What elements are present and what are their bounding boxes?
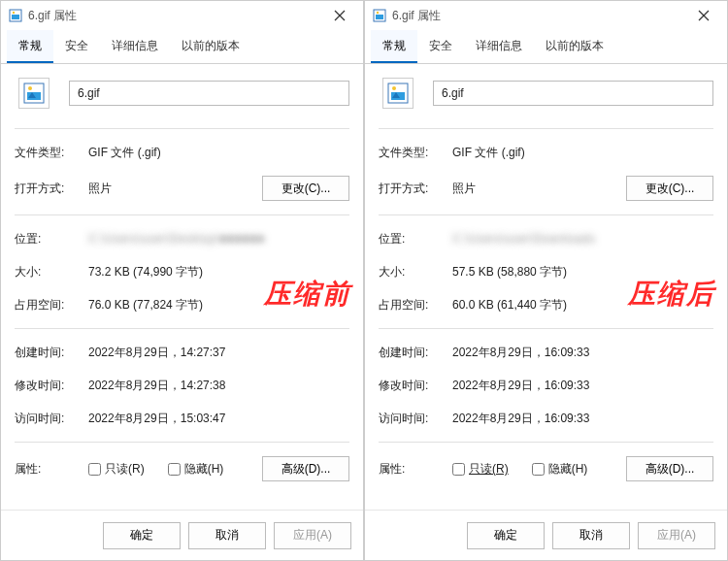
filename-input[interactable]: 6.gif [69,81,349,106]
label-attrs: 属性: [15,461,88,478]
svg-rect-10 [376,15,383,19]
readonly-label: 只读(R) [105,461,145,478]
label-disksize: 占用空间: [15,297,88,314]
cancel-button[interactable]: 取消 [188,522,266,549]
attrs-row: 属性: 只读(R) 隐藏(H) 高级(D)... [379,456,713,481]
hidden-label: 隐藏(H) [548,461,588,478]
divider [379,442,713,443]
file-icon [9,9,22,22]
change-button-label: 更改(C)... [645,182,695,195]
cancel-button[interactable]: 取消 [552,522,630,549]
apply-label: 应用(A) [657,528,696,542]
filetype-icon [18,78,50,109]
ok-button[interactable]: 确定 [467,522,545,549]
tab-general[interactable]: 常规 [7,30,53,63]
hidden-label: 隐藏(H) [184,461,224,478]
label-openwith: 打开方式: [379,181,452,197]
value-openwith: 照片 [88,181,112,197]
titlebar: 6.gif 属性 [1,1,363,30]
divider [379,128,713,129]
group-type: 文件类型: GIF 文件 (.gif) 打开方式: 照片 更改(C)... [15,143,349,201]
hidden-input[interactable] [168,463,181,476]
close-button[interactable] [684,2,723,29]
filename-text: 6.gif [442,86,464,100]
label-created: 创建时间: [15,345,88,361]
apply-label: 应用(A) [293,528,332,542]
label-openwith: 打开方式: [15,181,88,197]
value-disksize: 76.0 KB (77,824 字节) [88,297,203,314]
close-button[interactable] [320,2,359,29]
divider [15,328,349,329]
filename-row: 6.gif [379,78,713,115]
label-modified: 修改时间: [15,378,88,394]
label-attrs: 属性: [379,461,452,478]
value-openwith: 照片 [452,181,476,197]
filename-input[interactable]: 6.gif [433,81,713,106]
change-button[interactable]: 更改(C)... [262,176,349,201]
readonly-checkbox[interactable]: 只读(R) [452,461,509,478]
value-location: C:\Users\user\Downloads [452,232,596,246]
hidden-checkbox[interactable]: 隐藏(H) [168,461,224,478]
tab-details[interactable]: 详细信息 [100,30,170,63]
label-accessed: 访问时间: [379,411,452,427]
divider [15,128,349,129]
readonly-input[interactable] [88,463,101,476]
divider [15,442,349,443]
svg-point-2 [13,12,15,14]
label-size: 大小: [15,264,88,280]
svg-point-8 [28,86,32,90]
advanced-button[interactable]: 高级(D)... [626,456,713,481]
label-modified: 修改时间: [379,378,452,394]
group-time: 创建时间: 2022年8月29日，16:09:33 修改时间: 2022年8月2… [379,343,713,428]
tab-details[interactable]: 详细信息 [464,30,534,63]
tab-previous[interactable]: 以前的版本 [534,30,615,63]
readonly-checkbox[interactable]: 只读(R) [88,461,145,478]
tab-general[interactable]: 常规 [371,30,417,63]
dialog-footer: 确定 取消 应用(A) [1,510,363,560]
apply-button[interactable]: 应用(A) [638,522,715,549]
label-location: 位置: [15,231,88,248]
label-size: 大小: [379,264,452,280]
divider [379,328,713,329]
tab-security[interactable]: 安全 [417,30,464,63]
filename-row: 6.gif [15,78,349,115]
group-size: 位置: C:\Users\user\Downloads 大小: 57.5 KB … [379,229,713,314]
tab-strip: 常规 安全 详细信息 以前的版本 [365,30,727,64]
ok-button[interactable]: 确定 [103,522,181,549]
value-type: GIF 文件 (.gif) [452,145,525,161]
readonly-label: 只读(R) [469,461,509,478]
filetype-icon [382,78,414,109]
advanced-button-label: 高级(D)... [645,462,695,476]
file-icon [373,9,386,22]
hidden-input[interactable] [532,463,545,476]
hidden-checkbox[interactable]: 隐藏(H) [532,461,588,478]
apply-button[interactable]: 应用(A) [274,522,351,549]
value-disksize: 60.0 KB (61,440 字节) [452,297,567,314]
value-location: C:\Users\user\Desktop\■■■■■■ [88,232,265,246]
tab-security[interactable]: 安全 [53,30,100,63]
tab-previous[interactable]: 以前的版本 [170,30,251,63]
label-disksize: 占用空间: [379,297,452,314]
attrs-row: 属性: 只读(R) 隐藏(H) 高级(D)... [15,456,349,481]
label-created: 创建时间: [379,345,452,361]
label-type: 文件类型: [15,145,88,161]
divider [379,214,713,215]
group-type: 文件类型: GIF 文件 (.gif) 打开方式: 照片 更改(C)... [379,143,713,201]
change-button-label: 更改(C)... [281,182,331,195]
divider [15,214,349,215]
cancel-label: 取消 [215,528,239,542]
advanced-button[interactable]: 高级(D)... [262,456,349,481]
window-title: 6.gif 属性 [392,8,684,24]
value-accessed: 2022年8月29日，16:09:33 [452,411,589,427]
svg-point-17 [392,86,396,90]
cancel-label: 取消 [579,528,603,542]
advanced-button-label: 高级(D)... [281,462,331,476]
label-type: 文件类型: [379,145,452,161]
value-modified: 2022年8月29日，16:09:33 [452,378,589,394]
properties-window-after: 6.gif 属性 常规 安全 详细信息 以前的版本 压缩后 6.gif 文件类型… [364,0,728,561]
value-type: GIF 文件 (.gif) [88,145,161,161]
change-button[interactable]: 更改(C)... [626,176,713,201]
tab-strip: 常规 安全 详细信息 以前的版本 [1,30,363,64]
titlebar: 6.gif 属性 [365,1,727,30]
readonly-input[interactable] [452,463,465,476]
